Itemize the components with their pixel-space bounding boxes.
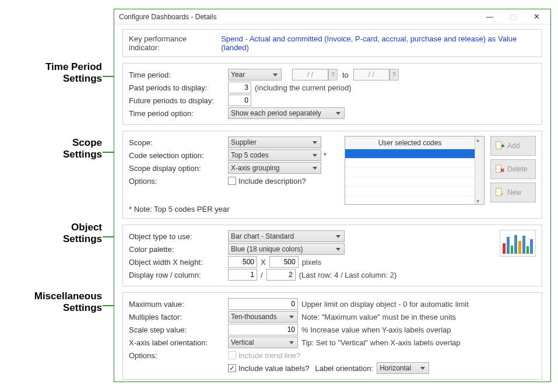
- trend-line-label: Include trend line?: [238, 351, 300, 360]
- list-item[interactable]: [345, 177, 475, 187]
- multiples-label: Multiples factor:: [129, 313, 228, 321]
- dialog-window: Configure Dashboards - Details — ▢ ✕ Key…: [114, 9, 551, 382]
- scope-footnote: * Note: Top 5 codes PER year: [129, 205, 339, 214]
- rc-note: (Last row: 4 / Last column: 2): [299, 271, 397, 279]
- time-period-label: Time period:: [129, 71, 228, 79]
- svg-rect-2: [496, 188, 501, 196]
- label-orient-label: Label orientation:: [315, 364, 373, 373]
- add-button[interactable]: Add: [490, 136, 536, 156]
- slash-label: /: [261, 271, 263, 279]
- object-height-input[interactable]: [269, 256, 299, 268]
- past-periods-note: (including the current period): [255, 83, 351, 92]
- misc-options-label: Options:: [129, 351, 228, 360]
- trend-line-checkbox[interactable]: [228, 351, 236, 359]
- kpi-link[interactable]: Spend - Actual and committed (Invoice, P…: [221, 34, 536, 52]
- future-periods-input[interactable]: [228, 94, 251, 106]
- new-icon: [494, 187, 505, 198]
- color-palette-select[interactable]: Blue (18 unique colors): [228, 243, 345, 255]
- svg-rect-1: [496, 165, 501, 173]
- time-period-section: Time period: Year / / ? to / / ? Past pe…: [122, 63, 542, 125]
- display-row-input[interactable]: [228, 269, 257, 281]
- date-from[interactable]: / /: [292, 69, 328, 80]
- future-periods-label: Future periods to display:: [129, 96, 228, 105]
- new-button[interactable]: New: [490, 183, 536, 202]
- code-selection-label: Code selection option:: [129, 151, 228, 160]
- xaxis-orient-label: X-axis label orientation:: [129, 338, 228, 347]
- scale-step-input[interactable]: [228, 324, 298, 335]
- max-value-input[interactable]: [228, 298, 298, 310]
- max-value-label: Maximum value:: [129, 300, 228, 309]
- object-section: Object type to use: Bar chart - Standard…: [122, 225, 542, 286]
- kpi-section: Key performance indicator: Spend - Actua…: [122, 29, 542, 57]
- user-codes-list[interactable]: User selected codes: [345, 136, 485, 205]
- xaxis-orient-note: Tip: Set to "Vertical" when X-axis label…: [301, 338, 461, 347]
- annotation-line: [103, 76, 114, 77]
- star-note: *: [324, 151, 327, 160]
- time-option-select[interactable]: Show each period separately: [228, 107, 345, 119]
- past-periods-label: Past periods to display:: [129, 83, 228, 92]
- date-from-picker[interactable]: ?: [328, 69, 338, 80]
- kpi-label: Key performance indicator:: [129, 34, 216, 52]
- annotation-line: [103, 305, 114, 306]
- object-width-input[interactable]: [228, 256, 257, 268]
- svg-point-3: [501, 193, 504, 195]
- annotation-line: [103, 236, 114, 237]
- titlebar: Configure Dashboards - Details — ▢ ✕: [114, 9, 550, 24]
- include-description-label: Include description?: [238, 177, 306, 186]
- display-col-input[interactable]: [266, 269, 296, 281]
- xaxis-orient-select[interactable]: Vertical: [228, 337, 298, 348]
- code-selection-select[interactable]: Top 5 codes: [228, 149, 321, 161]
- scope-options-label: Options:: [129, 177, 228, 186]
- close-button[interactable]: ✕: [525, 10, 548, 23]
- list-item[interactable]: [345, 187, 475, 196]
- label-orient-select[interactable]: Horizontal: [377, 362, 429, 374]
- scale-step-note: % Increase value when Y-axis labels over…: [301, 326, 451, 334]
- list-item[interactable]: [345, 149, 475, 159]
- object-type-label: Object type to use:: [129, 232, 228, 241]
- include-description-checkbox[interactable]: [228, 177, 236, 185]
- user-codes-header: User selected codes: [345, 136, 475, 149]
- scale-step-label: Scale step value:: [129, 326, 228, 334]
- list-item[interactable]: [345, 168, 475, 177]
- add-icon: [494, 141, 505, 151]
- to-label: to: [342, 71, 349, 79]
- annotation-object: Object Settings: [0, 222, 102, 245]
- value-labels-checkbox[interactable]: [228, 364, 236, 372]
- date-to[interactable]: / /: [353, 69, 389, 80]
- minimize-button[interactable]: —: [478, 10, 501, 23]
- multiples-note: Note: "Maximum value" must be in these u…: [301, 313, 456, 321]
- maximize-button[interactable]: ▢: [501, 10, 525, 23]
- scrollbar[interactable]: [475, 136, 484, 204]
- scope-display-select[interactable]: X-axis grouping: [228, 162, 321, 174]
- svg-rect-0: [496, 142, 501, 149]
- annotation-time: Time Period Settings: [0, 61, 102, 85]
- scope-section: Scope: Supplier Code selection option: T…: [122, 131, 542, 219]
- x-label: X: [261, 258, 266, 267]
- annotation-line: [103, 152, 114, 153]
- multiples-select[interactable]: Ten-thousands: [228, 311, 298, 323]
- scope-label: Scope:: [129, 138, 228, 147]
- annotation-scope: Scope Settings: [0, 137, 102, 160]
- past-periods-input[interactable]: [228, 82, 251, 93]
- scope-select[interactable]: Supplier: [228, 136, 321, 148]
- pixels-label: pixels: [302, 258, 321, 267]
- window-title: Configure Dashboards - Details: [117, 13, 478, 21]
- delete-button[interactable]: Delete: [490, 159, 536, 179]
- chart-preview-icon: [500, 230, 536, 257]
- object-type-select[interactable]: Bar chart - Standard: [228, 230, 345, 242]
- max-value-note: Upper limit on display object - 0 for au…: [301, 300, 469, 309]
- delete-icon: [494, 164, 505, 174]
- scope-display-label: Scope display option:: [129, 164, 228, 173]
- date-to-picker[interactable]: ?: [389, 69, 399, 80]
- annotation-misc: Miscellaneous Settings: [0, 290, 102, 314]
- list-item[interactable]: [345, 159, 475, 168]
- value-labels-label: Include value labels?: [238, 364, 309, 373]
- time-period-select[interactable]: Year: [228, 69, 282, 80]
- time-option-label: Time period option:: [129, 109, 228, 118]
- misc-section: Maximum value: Upper limit on display ob…: [122, 292, 542, 380]
- display-rc-label: Display row / column:: [129, 271, 228, 279]
- color-palette-label: Color palette:: [129, 245, 228, 254]
- object-wh-label: Object width X height:: [129, 258, 228, 267]
